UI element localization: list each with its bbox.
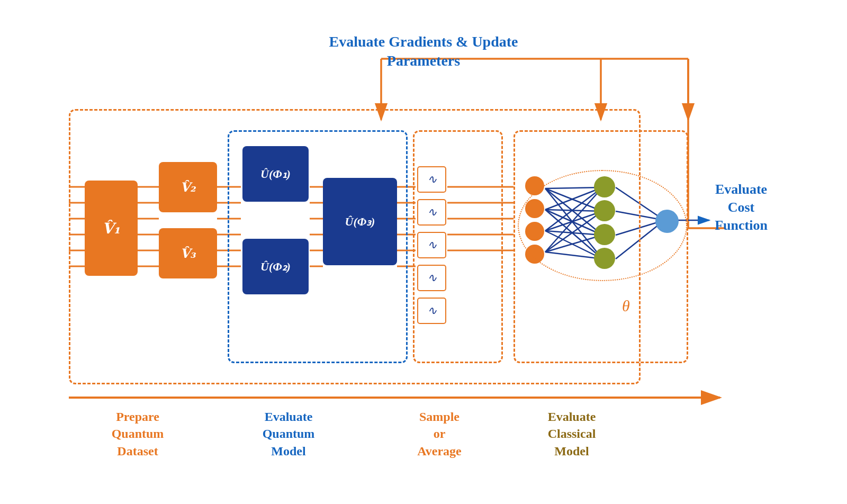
top-label: Evaluate Gradients & Update Parameters xyxy=(312,32,535,71)
theta-label: θ xyxy=(622,297,630,315)
u1-gate: Û(Φ₁) xyxy=(242,146,309,202)
measure-box-3: ∿ xyxy=(417,232,446,258)
u2-gate: Û(Φ₂) xyxy=(242,239,309,294)
measure-box-4: ∿ xyxy=(417,265,446,291)
u3-gate: Û(Φ₃) xyxy=(323,178,397,265)
measure-box-5: ∿ xyxy=(417,298,446,324)
measure-box-1: ∿ xyxy=(417,166,446,193)
v3-gate: V̂₃ xyxy=(159,228,217,278)
measure-box-2: ∿ xyxy=(417,199,446,226)
sample-label: SampleorAverage xyxy=(392,408,487,460)
evaluate-quantum-label: EvaluateQuantumModel xyxy=(236,408,341,460)
v2-gate: V̂₂ xyxy=(159,162,217,212)
classical-dotted-border xyxy=(518,170,687,281)
evaluate-cost-label: Evaluate Cost Function xyxy=(693,181,789,234)
prepare-label: PrepareQuantumDataset xyxy=(85,408,191,460)
evaluate-classical-label: EvaluateClassicalModel xyxy=(513,408,630,460)
v1-gate: V̂₁ xyxy=(85,181,138,276)
